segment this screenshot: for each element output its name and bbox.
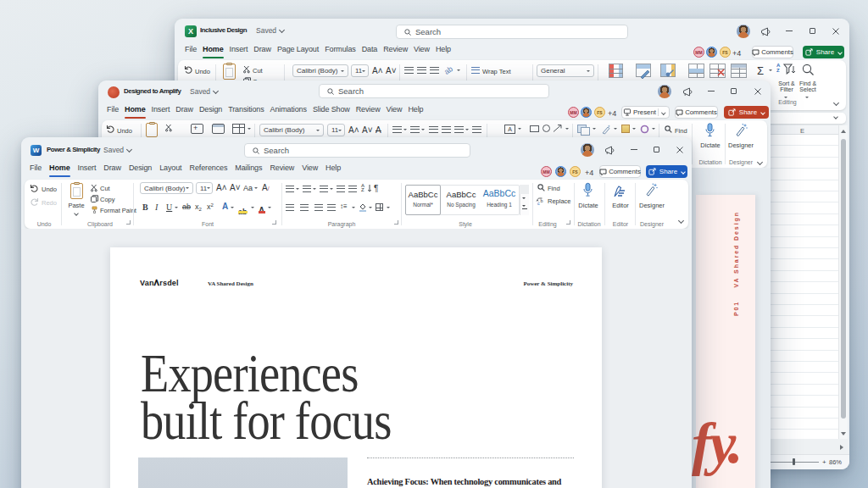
svg-text:b: b	[541, 198, 543, 203]
svg-text:c: c	[537, 201, 540, 206]
